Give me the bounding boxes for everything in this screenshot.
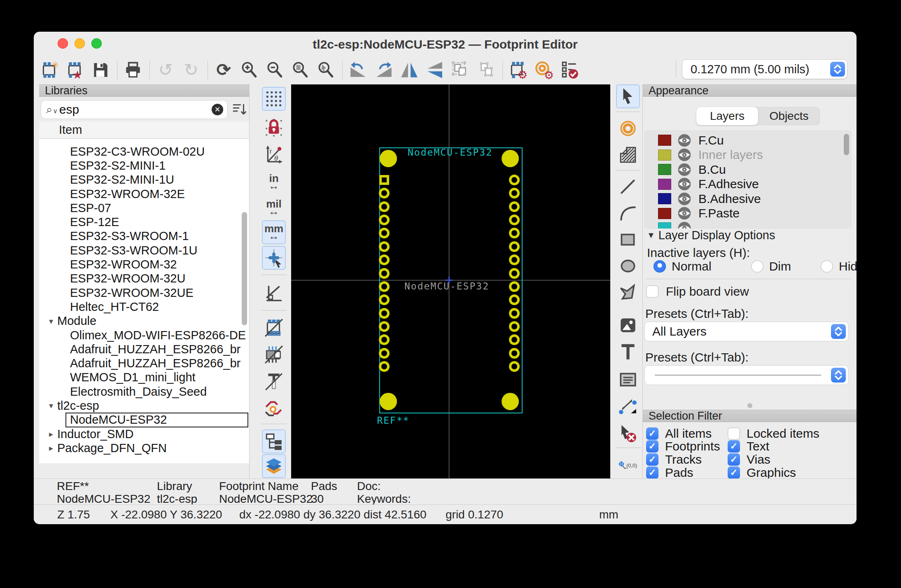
draw-line-button[interactable] — [616, 175, 640, 199]
select-tool-button[interactable] — [616, 84, 640, 108]
add-image-button[interactable] — [616, 313, 640, 337]
grid-spacing-select[interactable]: 0.1270 mm (5.00 mils) — [682, 59, 847, 79]
through-hole-pad[interactable] — [509, 215, 520, 225]
library-item[interactable]: ESP32-C3-WROOM-02U — [39, 145, 249, 159]
tab-layers[interactable]: Layers — [696, 107, 758, 125]
checkbox-icon[interactable]: ✓ — [728, 467, 740, 479]
library-item[interactable]: WEMOS_D1_mini_light — [39, 371, 249, 385]
through-hole-pad[interactable] — [379, 308, 390, 319]
chevron-collapsed-icon[interactable]: ▸ — [46, 443, 56, 453]
library-item[interactable]: Olimex_MOD-WIFI-ESP8266-DE — [39, 328, 249, 342]
through-hole-pad[interactable] — [509, 175, 520, 185]
stepper-icon[interactable] — [831, 368, 846, 383]
library-item[interactable]: ESP-12E — [39, 215, 249, 229]
checkbox-icon[interactable] — [728, 427, 740, 440]
library-item[interactable]: ESP32-S2-MINI-1U — [39, 173, 249, 187]
radio-icon[interactable] — [821, 260, 833, 273]
layer-color-swatch[interactable] — [658, 149, 671, 161]
visibility-eye-icon[interactable] — [677, 147, 692, 162]
library-item[interactable]: Electrosmith_Daisy_Seed — [39, 385, 249, 399]
layer-row[interactable]: B.Adhesive — [644, 191, 851, 206]
chevron-expanded-icon[interactable]: ▾ — [46, 316, 56, 326]
radio-option-hide[interactable]: Hide — [821, 259, 857, 273]
panel-splitter-handle[interactable] — [747, 403, 752, 408]
checkbox-icon[interactable] — [646, 285, 658, 298]
delete-tool-button[interactable] — [616, 421, 640, 445]
through-hole-pad[interactable] — [379, 321, 390, 332]
mounting-hole-pad[interactable] — [502, 150, 519, 167]
radio-option-normal[interactable]: Normal — [654, 259, 712, 273]
visibility-eye-icon[interactable] — [677, 221, 692, 229]
filter-footprints[interactable]: ✓Footprints — [646, 440, 728, 453]
sketch-text-button[interactable] — [262, 369, 286, 393]
undo-button[interactable]: ↺ — [155, 59, 176, 81]
sketch-pads-button[interactable] — [262, 342, 286, 366]
through-hole-pad[interactable] — [509, 361, 520, 372]
through-hole-pad[interactable] — [379, 281, 390, 292]
layer-color-swatch[interactable] — [658, 164, 671, 175]
library-item[interactable]: ESP32-S3-WROOM-1 — [39, 229, 249, 243]
flip-horizontal-button[interactable] — [399, 59, 420, 81]
visibility-eye-icon[interactable] — [677, 206, 692, 221]
library-item[interactable]: ESP32-S2-MINI-1 — [39, 159, 249, 173]
draw-polygon-button[interactable] — [616, 280, 640, 304]
sketch-footprints-button[interactable] — [262, 316, 286, 340]
sketch-graphics-button[interactable] — [262, 396, 286, 420]
visibility-eye-icon[interactable] — [677, 133, 692, 148]
filter-text[interactable]: ✓Text — [728, 440, 854, 453]
mounting-hole-pad[interactable] — [380, 393, 397, 410]
library-group[interactable]: ▾tl2c-esp — [39, 399, 249, 413]
layer-row[interactable]: Inner layers — [644, 148, 851, 163]
editor-canvas[interactable]: NodeMCU-ESP32 NodeMCU-ESP32 REF** — [291, 84, 610, 478]
zoom-in-button[interactable] — [238, 59, 260, 81]
flip-board-view-checkbox[interactable]: Flip board view — [646, 285, 749, 299]
through-hole-pad[interactable] — [509, 268, 520, 279]
draw-rectangle-button[interactable] — [616, 228, 640, 252]
layer-color-swatch[interactable] — [658, 179, 671, 190]
units-millimeters-button[interactable]: mm↔ — [262, 220, 286, 244]
through-hole-pad[interactable] — [509, 241, 520, 252]
pad-properties-button[interactable]: ⚙ — [533, 59, 555, 81]
library-item[interactable]: Adafruit_HUZZAH_ESP8266_br — [39, 356, 249, 370]
refresh-view-button[interactable]: ⟳ — [213, 59, 234, 81]
save-button[interactable] — [90, 59, 111, 81]
layers-scrollbar[interactable] — [844, 134, 849, 155]
footprint-checker-button[interactable] — [559, 59, 580, 81]
through-hole-pad[interactable] — [379, 361, 390, 372]
through-hole-pad[interactable] — [379, 215, 390, 225]
checkbox-icon[interactable]: ✓ — [728, 453, 740, 466]
snap-cursor-toggle-button[interactable] — [262, 246, 286, 270]
layer-color-swatch[interactable] — [658, 208, 671, 219]
zoom-to-selection-button[interactable] — [315, 59, 336, 81]
mounting-hole-pad[interactable] — [380, 150, 397, 167]
library-item[interactable]: ESP-07 — [39, 201, 249, 215]
checkbox-icon[interactable]: ✓ — [646, 427, 658, 440]
tab-objects[interactable]: Objects — [758, 107, 820, 125]
reference-designator-text[interactable]: REF** — [377, 415, 409, 426]
units-inches-button[interactable]: in↔ — [262, 170, 286, 194]
through-hole-pad[interactable] — [379, 241, 390, 252]
sort-button[interactable] — [231, 102, 247, 117]
add-text-button[interactable] — [616, 341, 640, 364]
radio-icon[interactable] — [654, 260, 666, 273]
layer-color-swatch[interactable] — [658, 135, 671, 146]
checkbox-icon[interactable]: ✓ — [728, 440, 740, 453]
library-item[interactable]: NodeMCU-ESP32 — [39, 413, 249, 427]
library-group[interactable]: ▾Module — [39, 314, 249, 328]
stepper-icon[interactable] — [831, 324, 846, 339]
grid-toggle-button[interactable] — [262, 87, 286, 111]
footprint-properties-button[interactable]: ⚙ — [508, 59, 529, 81]
add-pad-button[interactable] — [616, 117, 640, 140]
library-group[interactable]: ▸Inductor_SMD — [39, 427, 249, 441]
flip-vertical-button[interactable] — [424, 59, 446, 81]
filter-graphics[interactable]: ✓Graphics — [728, 466, 854, 479]
group-items-button[interactable] — [450, 59, 471, 81]
filter-vias[interactable]: ✓Vias — [728, 453, 854, 466]
radio-option-dim[interactable]: Dim — [751, 259, 791, 273]
item-column-header[interactable]: Item — [39, 121, 249, 139]
library-item[interactable]: ESP32-WROOM-32 — [39, 257, 249, 271]
search-pane-toggle-button[interactable] — [262, 429, 286, 453]
checkbox-icon[interactable]: ✓ — [646, 440, 658, 453]
chevron-collapsed-icon[interactable]: ▸ — [46, 429, 56, 439]
library-item[interactable]: ESP32-WROOM-32U — [39, 272, 249, 286]
